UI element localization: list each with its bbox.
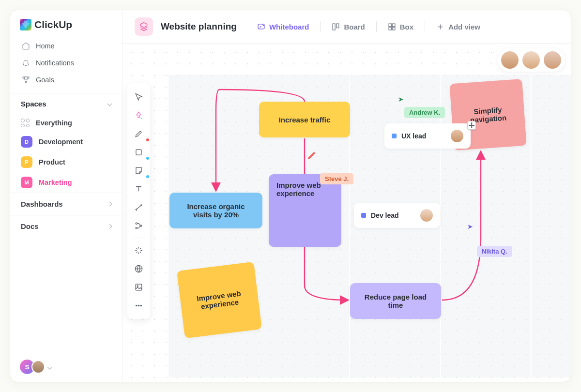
user-avatar-photo: [31, 360, 45, 374]
divider: [425, 21, 425, 32]
space-label: Marketing: [39, 179, 72, 186]
project-title: Website planning: [161, 21, 237, 32]
nav-home-label: Home: [36, 42, 55, 50]
chevron-right-icon: [107, 224, 112, 229]
presence-bar[interactable]: .pres-av[style*="linear-gradient(180deg,…: [497, 48, 565, 72]
card[interactable]: Increase organic visits by 20%: [169, 193, 262, 228]
square-icon: [134, 148, 143, 157]
dashboards-section[interactable]: Dashboards: [10, 193, 122, 215]
tool-clickup[interactable]: [130, 106, 148, 124]
dashboards-label: Dashboards: [21, 200, 63, 208]
space-everything-label: Everything: [36, 119, 72, 127]
tool-mindmap[interactable]: [130, 217, 148, 234]
box-icon: [388, 23, 396, 31]
move-handle-icon[interactable]: [467, 121, 476, 130]
assignee-card[interactable]: Dev lead: [354, 203, 440, 228]
remote-cursor-nikita: ➤: [467, 223, 473, 230]
user-menu[interactable]: S: [10, 352, 122, 382]
space-everything[interactable]: Everything: [10, 114, 122, 132]
presence-avatar[interactable]: .pres-av[style*="linear-gradient(180deg,…: [522, 51, 540, 69]
space-item-development[interactable]: DDevelopment: [10, 132, 122, 152]
docs-section[interactable]: Docs: [10, 215, 122, 237]
assignee-avatar: [451, 130, 463, 142]
space-item-product[interactable]: PProduct: [10, 152, 122, 172]
spaces-header[interactable]: Spaces: [10, 93, 122, 114]
nav-notifications[interactable]: Notifications: [16, 54, 116, 71]
card[interactable]: Improve web experience: [269, 174, 341, 247]
whiteboard-canvas[interactable]: .pres-av[style*="linear-gradient(180deg,…: [122, 44, 571, 382]
tool-web[interactable]: [130, 260, 148, 277]
spaces-label: Spaces: [21, 100, 46, 108]
tool-text[interactable]: [130, 180, 148, 197]
sidebar: ClickUp Home Notifications Goals Spaces …: [10, 10, 122, 382]
nav-goals[interactable]: Goals: [16, 71, 116, 88]
svg-rect-7: [136, 149, 141, 154]
tab-board[interactable]: Board: [325, 19, 371, 34]
tool-pencil[interactable]: [130, 125, 148, 142]
separator: [133, 238, 145, 238]
assignee-label: UX lead: [401, 132, 426, 140]
text-icon: [134, 184, 143, 194]
logo-text: ClickUp: [34, 19, 72, 30]
presence-avatar[interactable]: .pres-av[style*="linear-gradient(180deg,…: [501, 51, 519, 69]
tool-ai[interactable]: [130, 241, 148, 259]
card[interactable]: Improve web experience: [177, 262, 262, 338]
assignee-label: Dev lead: [371, 211, 399, 219]
chevron-right-icon: [107, 202, 112, 207]
project-icon: [135, 17, 153, 36]
presence-avatar[interactable]: .pres-av[style*="linear-gradient(180deg,…: [544, 51, 561, 69]
status-icon: [392, 134, 397, 138]
tool-connector[interactable]: [130, 198, 148, 216]
pencil-icon: [134, 129, 143, 138]
card[interactable]: Reduce page load time: [350, 283, 441, 319]
color-badge: [146, 157, 149, 160]
logo-mark-icon: [20, 19, 31, 30]
sparkle-icon: [134, 246, 143, 255]
tab-box-label: Box: [400, 23, 413, 31]
space-badge: D: [21, 136, 32, 148]
divider: [376, 21, 377, 32]
tab-box[interactable]: Box: [381, 19, 420, 34]
svg-rect-1: [333, 24, 336, 30]
tool-sticky[interactable]: [130, 162, 148, 179]
space-item-marketing[interactable]: MMarketing: [10, 172, 122, 193]
svg-rect-5: [389, 27, 392, 30]
canvas-toolbar: [127, 83, 150, 319]
topbar: Website planning Whiteboard Board Box Ad…: [122, 10, 571, 44]
svg-point-15: [138, 305, 139, 306]
space-label: Development: [39, 138, 83, 146]
tab-whiteboard[interactable]: Whiteboard: [250, 19, 316, 34]
tool-image[interactable]: [130, 278, 148, 296]
space-badge: M: [21, 177, 32, 188]
logo[interactable]: ClickUp: [20, 19, 112, 30]
svg-point-9: [136, 227, 137, 228]
svg-rect-6: [392, 27, 395, 30]
connector-icon: [134, 203, 143, 212]
tool-shape[interactable]: [130, 143, 148, 161]
cursor-label-nikita: Nikita Q.: [477, 246, 512, 257]
tool-select[interactable]: [130, 88, 148, 106]
divider: [320, 21, 321, 32]
add-view-button[interactable]: Add view: [429, 19, 487, 34]
space-badge: P: [21, 156, 32, 168]
cursor-label-andrew: Andrew K.: [404, 107, 445, 118]
assignee-card[interactable]: UX lead: [384, 123, 471, 149]
svg-point-14: [136, 305, 137, 306]
status-icon: [361, 213, 366, 218]
svg-point-8: [136, 223, 137, 224]
bell-icon: [22, 59, 30, 67]
space-label: Product: [39, 158, 65, 166]
card[interactable]: Increase traffic: [259, 102, 350, 137]
svg-point-10: [140, 225, 142, 226]
svg-point-13: [137, 285, 138, 286]
main: Website planning Whiteboard Board Box Ad…: [122, 10, 571, 382]
tool-more[interactable]: [130, 297, 148, 314]
trophy-icon: [22, 75, 30, 84]
chevron-down-icon: [107, 102, 112, 106]
tab-whiteboard-label: Whiteboard: [269, 23, 309, 31]
sticky-icon: [134, 166, 143, 175]
assignee-avatar: [420, 209, 433, 222]
nav-home[interactable]: Home: [16, 37, 116, 54]
caret-down-icon: [47, 364, 52, 369]
svg-rect-4: [392, 24, 395, 27]
